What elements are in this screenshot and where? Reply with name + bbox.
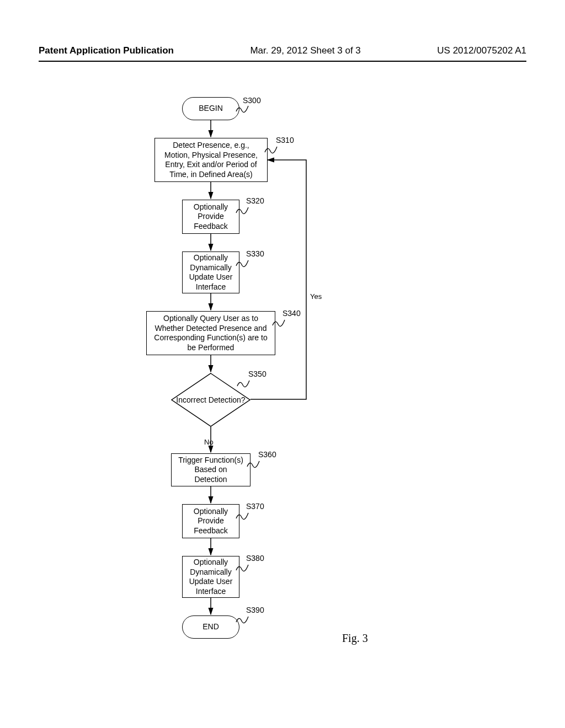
leader-s360-icon [246,459,260,469]
node-s360: Trigger Function(s) Based on Detection [171,453,250,486]
step-id-s330: S330 [246,249,264,258]
leader-s310-icon [264,144,278,154]
node-s310: Detect Presence, e.g., Motion, Physical … [154,138,268,182]
leader-s330-icon [235,258,249,268]
leader-s380-icon [235,563,249,572]
node-s320-label: Optionally Provide Feedback [188,202,233,232]
node-begin: BEGIN [182,97,239,120]
node-begin-label: BEGIN [199,104,223,114]
leader-s340-icon [271,318,286,328]
leader-s390-icon [235,614,249,624]
node-s350-label: Incorrect Detection? [176,395,245,405]
leader-s300-icon [235,104,249,114]
node-s380: Optionally Dynamically Update User Inter… [182,556,239,598]
node-end: END [182,615,239,639]
figure-caption: Fig. 3 [342,632,368,645]
step-id-s370: S370 [246,502,264,511]
leader-s350-icon [236,378,250,388]
step-id-s350: S350 [248,370,266,378]
node-s330: Optionally Dynamically Update User Inter… [182,251,239,293]
node-s320: Optionally Provide Feedback [182,200,239,234]
step-id-s320: S320 [246,196,264,205]
leader-s320-icon [235,205,249,215]
node-s310-label: Detect Presence, e.g., Motion, Physical … [161,141,262,179]
node-s370-label: Optionally Provide Feedback [188,507,233,536]
step-id-s310: S310 [276,136,294,144]
flowchart: BEGIN S300 Detect Presence, e.g., Motion… [0,94,565,689]
header-rule [39,61,526,62]
node-s330-label: Optionally Dynamically Update User Inter… [188,253,233,292]
node-s360-label: Trigger Function(s) Based on Detection [177,456,244,485]
edge-label-yes: Yes [310,292,322,301]
node-s380-label: Optionally Dynamically Update User Inter… [188,558,233,596]
step-id-s390: S390 [246,606,264,614]
header-left: Patent Application Publication [39,45,174,56]
edge-label-no: No [204,438,214,446]
page-header: Patent Application Publication Mar. 29, … [0,45,565,56]
step-id-s340: S340 [282,309,301,318]
leader-s370-icon [235,511,249,521]
node-end-label: END [202,622,219,632]
node-s370: Optionally Provide Feedback [182,504,239,538]
header-center: Mar. 29, 2012 Sheet 3 of 3 [250,45,360,56]
connectors [0,94,565,689]
step-id-s380: S380 [246,554,264,563]
node-s340-label: Optionally Query User as to Whether Dete… [152,314,269,352]
node-s340: Optionally Query User as to Whether Dete… [146,311,275,355]
step-id-s360: S360 [258,450,276,459]
header-right: US 2012/0075202 A1 [437,45,526,56]
